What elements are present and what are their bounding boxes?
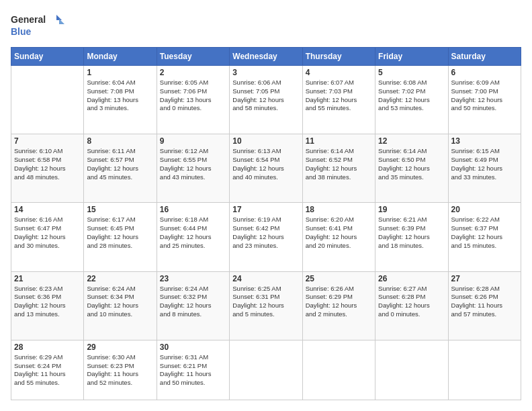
- day-info: Sunrise: 6:17 AMSunset: 6:45 PMDaylight:…: [87, 216, 153, 250]
- day-info: Sunrise: 6:16 AMSunset: 6:47 PMDaylight:…: [14, 216, 81, 250]
- generalblue-logo: General Blue: [11, 11, 64, 40]
- day-number: 9: [160, 136, 226, 146]
- calendar-table: SundayMondayTuesdayWednesdayThursdayFrid…: [11, 47, 521, 400]
- calendar-cell: 1Sunrise: 6:04 AMSunset: 7:08 PMDaylight…: [84, 66, 157, 134]
- weekday-monday: Monday: [84, 48, 157, 66]
- day-info: Sunrise: 6:25 AMSunset: 6:31 PMDaylight:…: [232, 285, 299, 319]
- day-info: Sunrise: 6:24 AMSunset: 6:32 PMDaylight:…: [160, 285, 226, 319]
- day-number: 24: [232, 274, 299, 283]
- day-number: 13: [451, 136, 518, 146]
- calendar-cell: 29Sunrise: 6:30 AMSunset: 6:23 PMDayligh…: [84, 340, 157, 400]
- day-info: Sunrise: 6:21 AMSunset: 6:39 PMDaylight:…: [378, 216, 445, 250]
- weekday-tuesday: Tuesday: [157, 48, 229, 66]
- day-number: 16: [160, 205, 226, 214]
- day-info: Sunrise: 6:18 AMSunset: 6:44 PMDaylight:…: [160, 216, 226, 250]
- day-info: Sunrise: 6:20 AMSunset: 6:41 PMDaylight:…: [306, 216, 372, 250]
- day-number: 4: [306, 68, 372, 77]
- logo: General Blue: [11, 11, 64, 40]
- day-info: Sunrise: 6:06 AMSunset: 7:05 PMDaylight:…: [232, 79, 299, 113]
- calendar-cell: 11Sunrise: 6:14 AMSunset: 6:52 PMDayligh…: [302, 134, 375, 203]
- weekday-sunday: Sunday: [11, 48, 84, 66]
- day-number: 25: [306, 274, 372, 283]
- day-number: 23: [160, 274, 226, 283]
- calendar-cell: 28Sunrise: 6:29 AMSunset: 6:24 PMDayligh…: [11, 340, 84, 400]
- day-number: 1: [87, 68, 153, 77]
- day-info: Sunrise: 6:24 AMSunset: 6:34 PMDaylight:…: [87, 285, 153, 319]
- calendar-cell: 16Sunrise: 6:18 AMSunset: 6:44 PMDayligh…: [157, 203, 229, 271]
- calendar-cell: 14Sunrise: 6:16 AMSunset: 6:47 PMDayligh…: [11, 203, 84, 271]
- calendar-week-2: 14Sunrise: 6:16 AMSunset: 6:47 PMDayligh…: [11, 203, 521, 271]
- day-number: 11: [306, 136, 372, 146]
- day-info: Sunrise: 6:19 AMSunset: 6:42 PMDaylight:…: [232, 216, 299, 250]
- calendar-cell: [448, 340, 521, 400]
- weekday-friday: Friday: [375, 48, 448, 66]
- calendar-cell: 15Sunrise: 6:17 AMSunset: 6:45 PMDayligh…: [84, 203, 157, 271]
- calendar-cell: 7Sunrise: 6:10 AMSunset: 6:58 PMDaylight…: [11, 134, 84, 203]
- day-number: 3: [232, 68, 299, 77]
- calendar-cell: 9Sunrise: 6:12 AMSunset: 6:55 PMDaylight…: [157, 134, 229, 203]
- calendar-cell: 19Sunrise: 6:21 AMSunset: 6:39 PMDayligh…: [375, 203, 448, 271]
- day-number: 22: [87, 274, 153, 283]
- day-info: Sunrise: 6:08 AMSunset: 7:02 PMDaylight:…: [378, 79, 445, 113]
- day-number: 2: [160, 68, 226, 77]
- day-number: 18: [306, 205, 372, 214]
- day-info: Sunrise: 6:22 AMSunset: 6:37 PMDaylight:…: [451, 216, 518, 250]
- calendar-cell: 4Sunrise: 6:07 AMSunset: 7:03 PMDaylight…: [302, 66, 375, 134]
- day-number: 15: [87, 205, 153, 214]
- day-info: Sunrise: 6:10 AMSunset: 6:58 PMDaylight:…: [14, 147, 81, 181]
- weekday-header-row: SundayMondayTuesdayWednesdayThursdayFrid…: [11, 48, 521, 66]
- day-number: 20: [451, 205, 518, 214]
- day-info: Sunrise: 6:11 AMSunset: 6:57 PMDaylight:…: [87, 147, 153, 181]
- svg-text:General: General: [11, 14, 46, 25]
- calendar-cell: 20Sunrise: 6:22 AMSunset: 6:37 PMDayligh…: [448, 203, 521, 271]
- weekday-saturday: Saturday: [448, 48, 521, 66]
- day-info: Sunrise: 6:15 AMSunset: 6:49 PMDaylight:…: [451, 147, 518, 181]
- day-number: 30: [160, 342, 226, 352]
- calendar-cell: 27Sunrise: 6:28 AMSunset: 6:26 PMDayligh…: [448, 271, 521, 340]
- calendar-cell: [230, 340, 302, 400]
- day-number: 26: [378, 274, 445, 283]
- calendar-cell: 21Sunrise: 6:23 AMSunset: 6:36 PMDayligh…: [11, 271, 84, 340]
- day-info: Sunrise: 6:09 AMSunset: 7:00 PMDaylight:…: [451, 79, 518, 113]
- day-info: Sunrise: 6:29 AMSunset: 6:24 PMDaylight:…: [14, 353, 81, 387]
- day-info: Sunrise: 6:13 AMSunset: 6:54 PMDaylight:…: [232, 147, 299, 181]
- day-info: Sunrise: 6:14 AMSunset: 6:52 PMDaylight:…: [306, 147, 372, 181]
- day-number: 7: [14, 136, 81, 146]
- day-number: 27: [451, 274, 518, 283]
- calendar-cell: 24Sunrise: 6:25 AMSunset: 6:31 PMDayligh…: [230, 271, 302, 340]
- calendar-cell: [302, 340, 375, 400]
- calendar-cell: 25Sunrise: 6:26 AMSunset: 6:29 PMDayligh…: [302, 271, 375, 340]
- day-info: Sunrise: 6:23 AMSunset: 6:36 PMDaylight:…: [14, 285, 81, 319]
- calendar-week-3: 21Sunrise: 6:23 AMSunset: 6:36 PMDayligh…: [11, 271, 521, 340]
- calendar-cell: 22Sunrise: 6:24 AMSunset: 6:34 PMDayligh…: [84, 271, 157, 340]
- day-info: Sunrise: 6:14 AMSunset: 6:50 PMDaylight:…: [378, 147, 445, 181]
- calendar-cell: 10Sunrise: 6:13 AMSunset: 6:54 PMDayligh…: [230, 134, 302, 203]
- calendar-cell: 23Sunrise: 6:24 AMSunset: 6:32 PMDayligh…: [157, 271, 229, 340]
- day-number: 5: [378, 68, 445, 77]
- day-number: 19: [378, 205, 445, 214]
- day-info: Sunrise: 6:07 AMSunset: 7:03 PMDaylight:…: [306, 79, 372, 113]
- day-info: Sunrise: 6:05 AMSunset: 7:06 PMDaylight:…: [160, 79, 226, 113]
- day-info: Sunrise: 6:31 AMSunset: 6:21 PMDaylight:…: [160, 353, 226, 387]
- weekday-thursday: Thursday: [302, 48, 375, 66]
- calendar-cell: 5Sunrise: 6:08 AMSunset: 7:02 PMDaylight…: [375, 66, 448, 134]
- day-number: 10: [232, 136, 299, 146]
- calendar-cell: 6Sunrise: 6:09 AMSunset: 7:00 PMDaylight…: [448, 66, 521, 134]
- calendar-cell: 8Sunrise: 6:11 AMSunset: 6:57 PMDaylight…: [84, 134, 157, 203]
- day-number: 17: [232, 205, 299, 214]
- calendar-cell: [11, 66, 84, 134]
- calendar-cell: 3Sunrise: 6:06 AMSunset: 7:05 PMDaylight…: [230, 66, 302, 134]
- calendar-cell: 17Sunrise: 6:19 AMSunset: 6:42 PMDayligh…: [230, 203, 302, 271]
- day-number: 28: [14, 342, 81, 352]
- day-number: 12: [378, 136, 445, 146]
- calendar-cell: 30Sunrise: 6:31 AMSunset: 6:21 PMDayligh…: [157, 340, 229, 400]
- day-number: 8: [87, 136, 153, 146]
- day-number: 14: [14, 205, 81, 214]
- calendar-week-1: 7Sunrise: 6:10 AMSunset: 6:58 PMDaylight…: [11, 134, 521, 203]
- calendar-cell: [375, 340, 448, 400]
- calendar-cell: 12Sunrise: 6:14 AMSunset: 6:50 PMDayligh…: [375, 134, 448, 203]
- calendar-week-0: 1Sunrise: 6:04 AMSunset: 7:08 PMDaylight…: [11, 66, 521, 134]
- day-number: 29: [87, 342, 153, 352]
- day-info: Sunrise: 6:04 AMSunset: 7:08 PMDaylight:…: [87, 79, 153, 113]
- calendar-cell: 2Sunrise: 6:05 AMSunset: 7:06 PMDaylight…: [157, 66, 229, 134]
